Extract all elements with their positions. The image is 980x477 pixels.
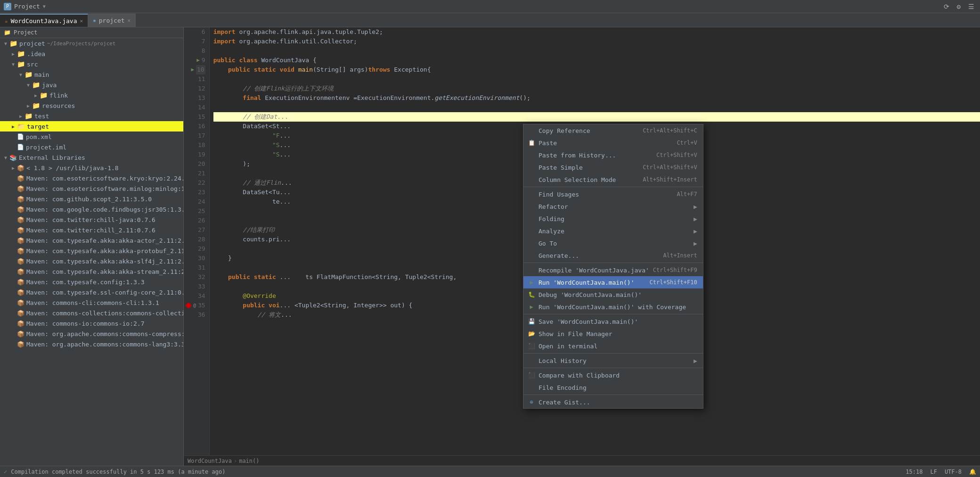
sidebar-item-idea[interactable]: ▶ 📁 .idea: [0, 49, 183, 59]
recompile-icon: [527, 266, 536, 274]
menu-goto-label: Go To: [539, 240, 557, 247]
menu-local-history[interactable]: Local History ▶: [523, 354, 703, 367]
menu-run-coverage-label: Run 'WordCountJava.main()' with Coverage: [539, 304, 686, 311]
folding-arrow: ▶: [694, 215, 697, 222]
ln-6: 6: [186, 27, 205, 37]
menu-refactor[interactable]: Refactor ▶: [523, 200, 703, 213]
goto-icon: [527, 239, 536, 247]
menu-folding[interactable]: Folding ▶: [523, 213, 703, 225]
sidebar-tree[interactable]: ▼ 📁 projcet ~/IdeaProjects/projcet ▶ 📁 .…: [0, 38, 183, 466]
sidebar-item-target[interactable]: ▶ 📁 target: [0, 121, 183, 132]
ln-7: 7: [186, 37, 205, 46]
menu-compare-clip[interactable]: ⬛ Compare with Clipboard: [523, 369, 703, 381]
menu-recompile[interactable]: Recompile 'WordCountJava.java' Ctrl+Shif…: [523, 264, 703, 276]
run-coverage-icon: ▶: [527, 303, 536, 311]
test-arrow: ▶: [17, 114, 24, 119]
sync-icon[interactable]: ⟳: [942, 3, 951, 10]
menu-open-terminal[interactable]: ⬛ Open in terminal: [523, 340, 703, 352]
separator-6: [523, 395, 703, 395]
tab-projcet[interactable]: ▪ projcet ✕: [88, 14, 136, 27]
tab-projcet-close[interactable]: ✕: [128, 17, 131, 24]
tab-wordcount-close[interactable]: ✕: [80, 18, 83, 24]
code-line-10: public static void main(String[] args) t…: [213, 65, 980, 74]
lib16-icon: 📦: [17, 330, 24, 337]
menu-file-encoding[interactable]: File Encoding: [523, 381, 703, 394]
menu-goto[interactable]: Go To ▶: [523, 237, 703, 249]
menu-create-gist[interactable]: ⊕ Create Gist...: [523, 396, 703, 408]
menu-paste-simple[interactable]: Paste Simple Ctrl+Alt+Shift+V: [523, 161, 703, 173]
test-folder-icon: 📁: [24, 112, 33, 120]
menu-paste[interactable]: 📋 Paste Ctrl+V: [523, 137, 703, 149]
sidebar-item-lib17[interactable]: ▶ 📦 Maven: org.apache.commons:commons-la…: [0, 339, 183, 349]
menu-analyze[interactable]: Analyze ▶: [523, 225, 703, 237]
sidebar-item-lib1[interactable]: ▶ 📦 Maven: com.esotericsoftware.kryo:kry…: [0, 173, 183, 183]
tab-wordcount[interactable]: ☕ WordCountJava.java ✕: [0, 14, 88, 27]
sidebar-item-test[interactable]: ▶ 📁 test: [0, 111, 183, 121]
lib13-icon: 📦: [17, 299, 24, 306]
sidebar-item-lib4[interactable]: ▶ 📦 Maven: com.google.code.findbugs:jsr3…: [0, 204, 183, 214]
sidebar-item-pom[interactable]: ▶ 📄 pom.xml: [0, 132, 183, 142]
settings-icon[interactable]: ⚙: [955, 3, 963, 10]
sidebar-item-java[interactable]: ▼ 📁 java: [0, 80, 183, 90]
sidebar-item-src[interactable]: ▼ 📁 src: [0, 59, 183, 69]
target-folder-icon: 📁: [17, 123, 25, 130]
sidebar-item-root[interactable]: ▼ 📁 projcet ~/IdeaProjects/projcet: [0, 38, 183, 49]
sidebar-item-flink[interactable]: ▶ 📁 flink: [0, 90, 183, 100]
code-line-6: import org.apache.flink.api.java.tuple.T…: [213, 27, 980, 37]
sidebar-item-lib16[interactable]: ▶ 📦 Maven: org.apache.commons:commons-co…: [0, 329, 183, 339]
separator-5: [523, 368, 703, 368]
menu-paste-shortcut: Ctrl+V: [677, 140, 697, 146]
root-folder-icon: 📁: [9, 40, 17, 47]
separator-3: [523, 314, 703, 314]
sidebar-item-lib10[interactable]: ▶ 📦 Maven: com.typesafe.akka:akka-stream…: [0, 266, 183, 277]
sidebar-item-lib14[interactable]: ▶ 📦 Maven: commons-collections:commons-c…: [0, 308, 183, 318]
lib17-label: Maven: org.apache.commons:commons-lang3:…: [26, 341, 183, 348]
menu-local-history-label: Local History: [539, 357, 587, 364]
save-icon: 💾: [527, 317, 536, 326]
sidebar-item-lib2[interactable]: ▶ 📦 Maven: com.esotericsoftware.minlog:m…: [0, 183, 183, 194]
lib2-icon: 📦: [17, 185, 24, 192]
ln-26: 26: [186, 216, 205, 225]
menu-save-main[interactable]: 💾 Save 'WordCountJava.main()': [523, 315, 703, 328]
lib7-icon: 📦: [17, 237, 24, 244]
code-line-15: // 创建Dat...: [213, 112, 980, 122]
menu-find-usages[interactable]: Find Usages Alt+F7: [523, 188, 703, 200]
menu-generate[interactable]: Generate... Alt+Insert: [523, 249, 703, 262]
gear-icon[interactable]: ☰: [966, 3, 976, 10]
sidebar-item-lib5[interactable]: ▶ 📦 Maven: com.twitter:chill-java:0.7.6: [0, 214, 183, 225]
src-arrow: ▼: [9, 62, 17, 67]
sidebar-item-resources[interactable]: ▶ 📁 resources: [0, 100, 183, 111]
menu-paste-history[interactable]: Paste from History... Ctrl+Shift+V: [523, 149, 703, 161]
sidebar-item-lib7[interactable]: ▶ 📦 Maven: com.typesafe.akka:akka-actor_…: [0, 235, 183, 246]
sidebar-item-lib12[interactable]: ▶ 📦 Maven: com.typesafe.ssl-config-core_…: [0, 287, 183, 297]
menu-copy-reference[interactable]: Copy Reference Ctrl+Alt+Shift+C: [523, 124, 703, 137]
menu-compare-clip-label: Compare with Clipboard: [539, 372, 620, 379]
ln-18: 18: [186, 140, 205, 150]
lib2-label: Maven: com.esotericsoftware.minlog:minlo…: [26, 185, 183, 192]
sidebar-item-lib6[interactable]: ▶ 📦 Maven: com.twitter:chill_2.11:0.7.6: [0, 225, 183, 235]
menu-run[interactable]: ▶ Run 'WordCountJava.main()' Ctrl+Shift+…: [523, 276, 703, 288]
sidebar-item-lib3[interactable]: ▶ 📦 Maven: com.github.scopt_2.11:3.5.0: [0, 194, 183, 204]
menu-analyze-label: Analyze: [539, 228, 564, 235]
sidebar-item-main[interactable]: ▼ 📁 main: [0, 69, 183, 80]
sidebar-item-jdk[interactable]: ▶ 📦 < 1.8 > /usr/lib/java-1.8: [0, 163, 183, 173]
root-label: projcet: [19, 40, 45, 47]
chevron-down-icon[interactable]: ▼: [43, 4, 46, 9]
menu-paste-history-label: Paste from History...: [539, 152, 616, 159]
sidebar-item-projcet-iml[interactable]: ▶ 📄 projcet.iml: [0, 142, 183, 152]
sidebar-item-lib15[interactable]: ▶ 📦 Maven: commons-io:commons-io:2.7: [0, 318, 183, 329]
ln-10: ▶ 10: [186, 65, 205, 74]
sidebar-item-lib13[interactable]: ▶ 📦 Maven: commons-cli:commons-cli:1.3.1: [0, 297, 183, 308]
pom-icon: 📄: [17, 133, 24, 140]
menu-debug[interactable]: 🐛 Debug 'WordCountJava.main()': [523, 288, 703, 301]
menu-debug-label: Debug 'WordCountJava.main()': [539, 291, 642, 298]
menu-show-file-mgr[interactable]: 📂 Show in File Manager: [523, 328, 703, 340]
menu-column-select[interactable]: Column Selection Mode Alt+Shift+Insert: [523, 173, 703, 186]
terminal-icon: ⬛: [527, 342, 536, 350]
paste-icon: 📋: [527, 139, 536, 147]
sidebar-item-lib11[interactable]: ▶ 📦 Maven: com.typesafe.config:1.3.3: [0, 277, 183, 287]
sidebar-item-lib8[interactable]: ▶ 📦 Maven: com.typesafe.akka:akka-protob…: [0, 246, 183, 256]
sidebar-item-ext-libs[interactable]: ▼ 📚 External Libraries: [0, 152, 183, 163]
sidebar-item-lib9[interactable]: ▶ 📦 Maven: com.typesafe.akka:akka-slf4j_…: [0, 256, 183, 266]
menu-run-coverage[interactable]: ▶ Run 'WordCountJava.main()' with Covera…: [523, 301, 703, 313]
